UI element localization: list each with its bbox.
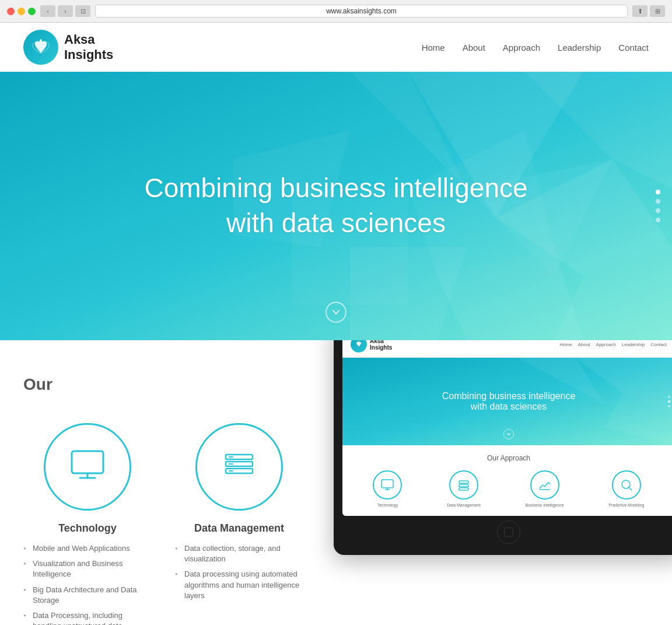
data-bullet-1: Data collection, storage, and visualizat… bbox=[175, 543, 303, 564]
chevron-down-icon bbox=[332, 308, 340, 316]
scroll-down-button[interactable] bbox=[326, 302, 346, 323]
data-management-circle bbox=[195, 423, 283, 511]
tablet-item-predictive-modeling: Predictive Modeling bbox=[608, 470, 644, 507]
svg-rect-12 bbox=[72, 451, 103, 473]
tech-bullet-1: Mobile and Web Applications bbox=[23, 543, 152, 554]
tablet-approach-heading: Our Approach bbox=[351, 454, 667, 462]
hero-title: Combining business intelligence with dat… bbox=[144, 171, 527, 241]
side-dot-4[interactable] bbox=[656, 218, 660, 222]
browser-actions: ⬆ ⊞ bbox=[632, 5, 665, 17]
tablet-label-technology: Technology bbox=[377, 503, 398, 507]
logo-circle bbox=[23, 30, 58, 65]
tablet-logo-text: AksaInsights bbox=[370, 340, 392, 351]
side-nav-dots bbox=[656, 190, 660, 222]
logo-text: Aksa Insights bbox=[64, 32, 113, 63]
approach-item-technology: Technology Mobile and Web Applications V… bbox=[23, 423, 152, 625]
tablet-label-business-intelligence: Business Intelligence bbox=[526, 503, 564, 507]
side-dot-1[interactable] bbox=[656, 190, 660, 194]
side-dot-2[interactable] bbox=[656, 199, 660, 204]
tablet-circle-technology bbox=[373, 470, 402, 500]
nav-about[interactable]: About bbox=[463, 43, 485, 53]
website: Aksa Insights Home About Approach Leader… bbox=[0, 23, 672, 625]
svg-rect-25 bbox=[382, 480, 393, 488]
tablet-circle-predictive-modeling bbox=[612, 470, 641, 500]
browser-nav: ‹ › ⊡ bbox=[40, 5, 90, 17]
share-button[interactable]: ⬆ bbox=[632, 5, 648, 17]
data-bullet-2: Data processing using automated algorith… bbox=[175, 569, 303, 601]
tablet-dot-3 bbox=[668, 405, 670, 407]
tablet-approach: Our Approach Technology bbox=[342, 445, 672, 516]
tablet-circle-business-intelligence bbox=[530, 470, 559, 500]
tablet-nav-contact: Contact bbox=[650, 342, 667, 347]
technology-title: Technology bbox=[58, 522, 117, 535]
tablet-home-button bbox=[497, 521, 520, 544]
tablet-circle-data-management bbox=[449, 470, 478, 500]
maximize-dot[interactable] bbox=[28, 8, 36, 15]
tablet-home-square bbox=[504, 528, 513, 537]
monitor-icon bbox=[67, 446, 108, 487]
window-button[interactable]: ⊡ bbox=[75, 5, 90, 17]
logo-icon bbox=[30, 37, 51, 58]
tech-bullet-4: Data Processing, including handling unst… bbox=[23, 610, 152, 625]
approach-item-data-management: Data Management Data collection, storage… bbox=[175, 423, 303, 625]
back-button[interactable]: ‹ bbox=[40, 5, 55, 17]
tablet-label-data-management: Data Management bbox=[447, 503, 481, 507]
tablet-header: AksaInsights Home About Approach Leaders… bbox=[342, 340, 672, 358]
site-nav: Home About Approach Leadership Contact bbox=[422, 43, 649, 53]
tablet-nav: Home About Approach Leadership Contact bbox=[559, 342, 667, 347]
data-management-list: Data collection, storage, and visualizat… bbox=[175, 543, 303, 606]
tablet-screen: AksaInsights Home About Approach Leaders… bbox=[342, 340, 672, 516]
side-dot-3[interactable] bbox=[656, 208, 660, 213]
minimize-dot[interactable] bbox=[18, 8, 25, 15]
browser-chrome: ‹ › ⊡ www.aksainsights.com ⬆ ⊞ bbox=[0, 0, 672, 23]
tablet-item-data-management: Data Management bbox=[447, 470, 481, 507]
nav-contact[interactable]: Contact bbox=[618, 43, 649, 53]
svg-rect-29 bbox=[459, 484, 468, 487]
tablet-hero: Combining business intelligence with dat… bbox=[342, 358, 672, 445]
tablet-logo: AksaInsights bbox=[351, 340, 392, 352]
svg-line-33 bbox=[629, 487, 632, 490]
close-dot[interactable] bbox=[7, 8, 15, 15]
logo-area: Aksa Insights bbox=[23, 30, 113, 65]
tablet-nav-about: About bbox=[578, 342, 590, 347]
approach-section: Our Technology Mobile and Web Applicatio… bbox=[0, 340, 672, 625]
hero-section: Combining business intelligence with dat… bbox=[0, 72, 672, 340]
tablet-side-dots bbox=[668, 396, 670, 407]
tablet-hero-text: Combining business intelligence with dat… bbox=[430, 391, 587, 412]
hero-content: Combining business intelligence with dat… bbox=[144, 171, 527, 241]
browser-dots bbox=[7, 8, 36, 15]
tech-bullet-2: Visualization and Business Intelligence bbox=[23, 558, 152, 579]
technology-circle bbox=[44, 423, 131, 511]
nav-leadership[interactable]: Leadership bbox=[558, 43, 601, 53]
tech-bullet-3: Big Data Architecture and Data Storage bbox=[23, 585, 152, 606]
tablet-item-business-intelligence: Business Intelligence bbox=[526, 470, 564, 507]
tablet-logo-circle bbox=[351, 340, 367, 352]
technology-list: Mobile and Web Applications Visualizatio… bbox=[23, 543, 152, 625]
svg-rect-28 bbox=[459, 481, 468, 483]
tablet-nav-approach: Approach bbox=[596, 342, 616, 347]
tablet-approach-items: Technology Data Management bbox=[351, 470, 667, 507]
tablet-dot-1 bbox=[668, 396, 670, 398]
tablet-overlay: AksaInsights Home About Approach Leaders… bbox=[334, 340, 672, 555]
data-management-title: Data Management bbox=[194, 522, 284, 535]
tablet-item-technology: Technology bbox=[373, 470, 402, 507]
tablet-dot-2 bbox=[668, 400, 670, 403]
tablet-scroll-btn bbox=[503, 429, 514, 439]
tablet-nav-leadership: Leadership bbox=[622, 342, 645, 347]
site-header: Aksa Insights Home About Approach Leader… bbox=[0, 23, 672, 72]
tablet-label-predictive-modeling: Predictive Modeling bbox=[608, 503, 644, 507]
tablet-nav-home: Home bbox=[559, 342, 572, 347]
address-bar[interactable]: www.aksainsights.com bbox=[95, 5, 628, 18]
fullscreen-button[interactable]: ⊞ bbox=[650, 5, 665, 17]
nav-home[interactable]: Home bbox=[422, 43, 445, 53]
forward-button[interactable]: › bbox=[58, 5, 73, 17]
svg-rect-30 bbox=[459, 488, 468, 490]
database-icon bbox=[219, 446, 260, 487]
nav-approach[interactable]: Approach bbox=[503, 43, 540, 53]
